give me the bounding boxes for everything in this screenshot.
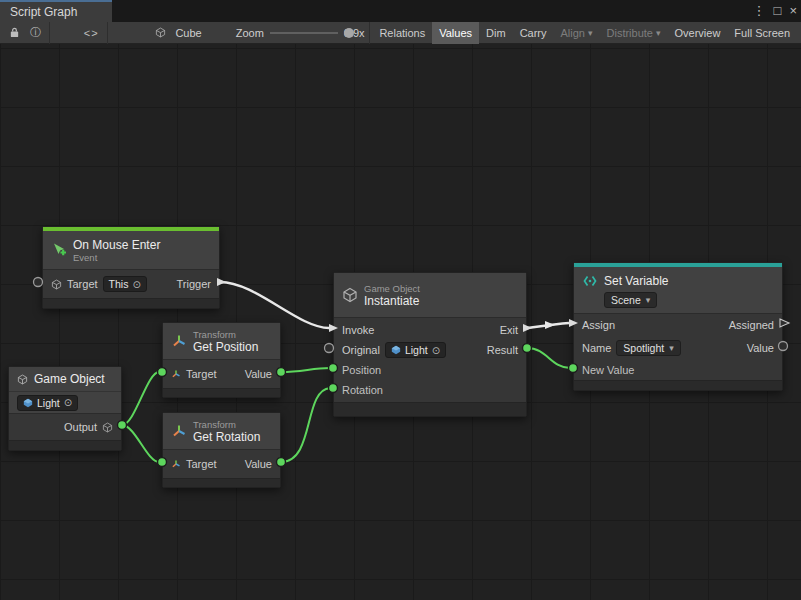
lock-icon[interactable] bbox=[4, 22, 25, 44]
values-button[interactable]: Values bbox=[432, 22, 479, 44]
node-footer bbox=[9, 440, 121, 450]
toolbar-separator bbox=[107, 22, 108, 44]
close-icon[interactable]: × bbox=[789, 0, 797, 22]
variable-name-dropdown[interactable]: Spotlight ▾ bbox=[616, 340, 680, 356]
port-label-target: Target bbox=[67, 278, 98, 290]
window-titlebar: Script Graph ⋮ □ × bbox=[0, 0, 801, 22]
port-label-invoke: Invoke bbox=[342, 324, 374, 336]
node-group: Transform bbox=[193, 419, 260, 430]
port-label-value: Value bbox=[245, 458, 272, 470]
port-label-exit: Exit bbox=[500, 324, 518, 336]
port-label-assigned: Assigned bbox=[729, 319, 774, 331]
node-footer bbox=[163, 478, 280, 487]
node-get-rotation[interactable]: Transform Get Rotation Target Value bbox=[162, 412, 281, 488]
port-label-original: Original bbox=[342, 344, 380, 356]
tab-title: Script Graph bbox=[10, 5, 77, 19]
wire-output-to-getposition-target[interactable] bbox=[122, 372, 159, 425]
align-label: Align bbox=[561, 27, 585, 39]
maximize-icon[interactable]: □ bbox=[774, 0, 782, 22]
relations-button[interactable]: Relations bbox=[372, 22, 432, 44]
transform-icon bbox=[171, 423, 187, 439]
port-label-position: Position bbox=[342, 364, 381, 376]
object-picker-icon[interactable]: ⊙ bbox=[432, 345, 440, 356]
node-group: Game Object bbox=[364, 283, 420, 294]
node-footer bbox=[574, 380, 782, 390]
zoom-slider-handle[interactable] bbox=[344, 28, 354, 38]
object-field-value: Light bbox=[405, 344, 428, 356]
object-field-value: Light bbox=[37, 397, 60, 409]
transform-icon bbox=[171, 459, 181, 469]
port-label-assign: Assign bbox=[582, 319, 615, 331]
node-footer bbox=[334, 402, 526, 416]
variable-kind-dropdown[interactable]: Scene ▾ bbox=[604, 292, 657, 308]
object-field-value: This bbox=[109, 278, 129, 290]
toolbar-separator bbox=[369, 22, 370, 44]
target-object-field[interactable]: This ⊙ bbox=[103, 276, 147, 292]
original-object-field[interactable]: Light ⊙ bbox=[385, 342, 446, 358]
node-instantiate[interactable]: Game Object Instantiate Invoke Exit Orig… bbox=[333, 272, 527, 417]
node-title: Game Object bbox=[34, 372, 105, 386]
wire-result-to-new-value[interactable] bbox=[527, 348, 570, 368]
node-title: Get Rotation bbox=[193, 430, 260, 444]
wire-output-to-getrotation-target[interactable] bbox=[122, 425, 159, 462]
graph-name: Cube bbox=[171, 27, 205, 39]
game-object-icon bbox=[51, 279, 62, 290]
zoom-slider[interactable] bbox=[270, 22, 338, 44]
tab-script-graph[interactable]: Script Graph bbox=[0, 0, 112, 22]
node-title: Get Position bbox=[193, 340, 258, 354]
transform-icon bbox=[171, 369, 181, 379]
wire-getrotation-value-to-rotation[interactable] bbox=[281, 388, 330, 462]
node-game-object-literal[interactable]: Game Object Light ⊙ Output bbox=[8, 366, 122, 451]
port-label-rotation: Rotation bbox=[342, 384, 383, 396]
node-title: Set Variable bbox=[604, 274, 668, 288]
port-label-output: Output bbox=[64, 421, 97, 433]
distribute-button[interactable]: Distribute ▾ bbox=[600, 22, 668, 44]
dim-button[interactable]: Dim bbox=[479, 22, 513, 44]
variable-name-value: Spotlight bbox=[623, 342, 664, 354]
graph-cube-icon bbox=[150, 22, 171, 44]
variable-icon bbox=[582, 273, 598, 289]
object-picker-icon[interactable]: ⊙ bbox=[64, 397, 72, 408]
graph-canvas[interactable]: On Mouse Enter Event Target This ⊙ Trigg… bbox=[0, 44, 801, 600]
wire-getposition-value-to-position[interactable] bbox=[281, 368, 330, 372]
chevron-down-icon: ▾ bbox=[669, 343, 674, 353]
port-label-name: Name bbox=[582, 342, 611, 354]
fullscreen-button[interactable]: Full Screen bbox=[727, 22, 797, 44]
node-footer bbox=[163, 388, 280, 397]
zoom-label: Zoom bbox=[232, 27, 268, 39]
game-object-field[interactable]: Light ⊙ bbox=[17, 395, 78, 411]
wire-flow-arrow bbox=[545, 321, 555, 329]
carry-button[interactable]: Carry bbox=[513, 22, 554, 44]
chevron-down-icon: ▾ bbox=[646, 295, 651, 305]
port-label-value: Value bbox=[245, 368, 272, 380]
zoom-slider-track bbox=[270, 32, 338, 34]
code-icon[interactable]: <> bbox=[79, 22, 104, 44]
port-label-target: Target bbox=[186, 368, 217, 380]
chevron-down-icon: ▾ bbox=[588, 28, 593, 38]
port-label-target: Target bbox=[186, 458, 217, 470]
cube-icon bbox=[17, 374, 28, 385]
node-set-variable[interactable]: Set Variable Scene ▾ Assign Assigned Nam… bbox=[573, 262, 783, 391]
port-label-trigger: Trigger bbox=[177, 278, 211, 290]
wire-exit-to-assign[interactable] bbox=[527, 323, 569, 328]
node-get-position[interactable]: Transform Get Position Target Value bbox=[162, 322, 281, 398]
transform-icon bbox=[171, 333, 187, 349]
more-menu-icon[interactable]: ⋮ bbox=[753, 0, 766, 22]
gameobject-icon bbox=[23, 398, 33, 408]
gameobject-icon bbox=[391, 345, 401, 355]
object-picker-icon[interactable]: ⊙ bbox=[132, 279, 140, 290]
node-footer bbox=[43, 298, 219, 308]
info-icon[interactable]: ⓘ bbox=[25, 22, 46, 44]
event-icon bbox=[51, 242, 67, 258]
port-label-new-value: New Value bbox=[582, 364, 634, 376]
align-button[interactable]: Align ▾ bbox=[554, 22, 600, 44]
toolbar-separator bbox=[49, 22, 50, 44]
node-title: On Mouse Enter bbox=[73, 238, 160, 252]
node-on-mouse-enter[interactable]: On Mouse Enter Event Target This ⊙ Trigg… bbox=[42, 226, 220, 309]
overview-button[interactable]: Overview bbox=[668, 22, 728, 44]
graph-toolbar: ⓘ <> Cube Zoom 0.9x Relations Values Dim… bbox=[0, 22, 801, 44]
port-label-value: Value bbox=[747, 342, 774, 354]
node-subtitle: Event bbox=[73, 252, 160, 263]
variable-kind-value: Scene bbox=[611, 294, 641, 306]
node-group: Transform bbox=[193, 329, 258, 340]
